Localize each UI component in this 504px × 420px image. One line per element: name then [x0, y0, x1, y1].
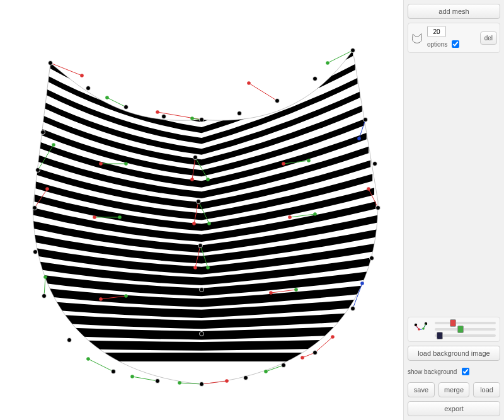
- svg-point-37: [275, 99, 280, 103]
- svg-line-12: [132, 377, 158, 381]
- svg-point-97: [124, 294, 128, 298]
- panel-spacer: [408, 57, 500, 313]
- svg-point-82: [206, 178, 210, 181]
- save-button[interactable]: save: [408, 382, 435, 397]
- mesh-svg[interactable]: [0, 0, 403, 420]
- svg-line-2: [249, 83, 277, 101]
- svg-point-95: [294, 288, 298, 292]
- svg-point-69: [130, 375, 134, 378]
- mesh-options: options: [427, 26, 476, 50]
- show-background-row: show background: [408, 365, 500, 378]
- svg-point-84: [207, 222, 211, 225]
- mesh-outline-icon: [411, 31, 423, 44]
- svg-point-88: [124, 162, 128, 166]
- svg-point-64: [112, 370, 116, 374]
- control-handles-icon: [412, 321, 430, 338]
- svg-point-67: [244, 376, 248, 380]
- mesh-entry: options del: [408, 23, 500, 53]
- svg-point-74: [331, 335, 335, 339]
- show-background-checkbox[interactable]: [462, 368, 469, 375]
- svg-point-81: [190, 178, 194, 181]
- svg-point-61: [357, 137, 361, 140]
- svg-point-79: [200, 288, 204, 292]
- stripe-count-input[interactable]: [427, 26, 446, 37]
- svg-point-75: [86, 357, 90, 361]
- svg-point-77: [197, 200, 201, 204]
- svg-point-78: [198, 244, 203, 248]
- slider-green[interactable]: [435, 328, 496, 331]
- svg-point-90: [118, 215, 122, 219]
- svg-point-50: [42, 294, 47, 298]
- slider-blue[interactable]: [435, 334, 496, 337]
- svg-point-70: [178, 381, 181, 385]
- slider-red[interactable]: [435, 322, 496, 324]
- svg-line-8: [44, 277, 45, 296]
- svg-point-38: [313, 77, 318, 81]
- svg-point-47: [36, 168, 40, 173]
- svg-point-39: [351, 48, 355, 53]
- svg-point-53: [45, 187, 49, 191]
- svg-point-60: [313, 351, 318, 355]
- options-checkbox[interactable]: [452, 40, 459, 48]
- svg-point-52: [52, 143, 55, 147]
- svg-point-68: [282, 363, 286, 368]
- svg-point-85: [193, 266, 197, 270]
- svg-line-18: [88, 359, 113, 372]
- add-mesh-button[interactable]: add mesh: [408, 4, 500, 19]
- svg-point-89: [93, 215, 96, 219]
- svg-point-65: [156, 379, 160, 383]
- svg-point-43: [326, 61, 329, 65]
- app-root: add mesh options del: [0, 0, 504, 420]
- show-background-label: show background: [408, 368, 457, 375]
- options-label: options: [427, 41, 447, 48]
- svg-point-55: [364, 118, 368, 122]
- svg-point-45: [190, 116, 194, 120]
- svg-point-66: [200, 382, 204, 387]
- svg-point-42: [247, 81, 251, 85]
- svg-point-36: [238, 111, 242, 116]
- svg-point-34: [162, 115, 166, 119]
- svg-point-93: [288, 215, 292, 219]
- svg-point-33: [124, 105, 129, 110]
- side-panel: add mesh options del: [403, 0, 504, 420]
- load-background-button[interactable]: load background image: [408, 346, 500, 361]
- svg-point-73: [301, 356, 304, 360]
- svg-point-92: [307, 159, 311, 162]
- svg-point-87: [99, 162, 103, 166]
- svg-point-58: [370, 256, 374, 261]
- svg-point-91: [282, 162, 285, 166]
- merge-button[interactable]: merge: [438, 382, 469, 397]
- color-sliders: [408, 317, 500, 342]
- svg-point-86: [206, 266, 210, 270]
- svg-point-46: [41, 130, 45, 135]
- svg-point-48: [33, 206, 37, 210]
- delete-mesh-button[interactable]: del: [480, 31, 497, 45]
- svg-line-17: [315, 337, 333, 353]
- svg-line-14: [202, 381, 227, 384]
- svg-point-32: [86, 86, 91, 91]
- svg-point-59: [351, 307, 355, 311]
- svg-point-49: [33, 250, 38, 254]
- svg-point-72: [264, 370, 268, 373]
- svg-point-80: [200, 332, 204, 336]
- svg-line-15: [266, 365, 284, 372]
- svg-point-94: [313, 212, 317, 216]
- svg-point-35: [200, 118, 204, 122]
- svg-point-71: [225, 379, 229, 383]
- svg-point-51: [67, 338, 72, 343]
- load-button[interactable]: load: [473, 382, 500, 397]
- svg-point-41: [156, 110, 159, 114]
- mesh-canvas[interactable]: [0, 0, 403, 420]
- svg-line-104: [423, 324, 426, 329]
- svg-point-57: [376, 206, 381, 210]
- svg-point-96: [269, 291, 273, 295]
- svg-point-56: [373, 162, 377, 166]
- svg-point-62: [367, 187, 370, 191]
- svg-point-83: [192, 222, 196, 225]
- svg-point-54: [43, 275, 47, 279]
- svg-point-31: [49, 61, 53, 65]
- svg-point-76: [193, 156, 198, 160]
- svg-point-44: [105, 96, 109, 99]
- export-button[interactable]: export: [408, 401, 500, 416]
- svg-point-40: [80, 74, 84, 77]
